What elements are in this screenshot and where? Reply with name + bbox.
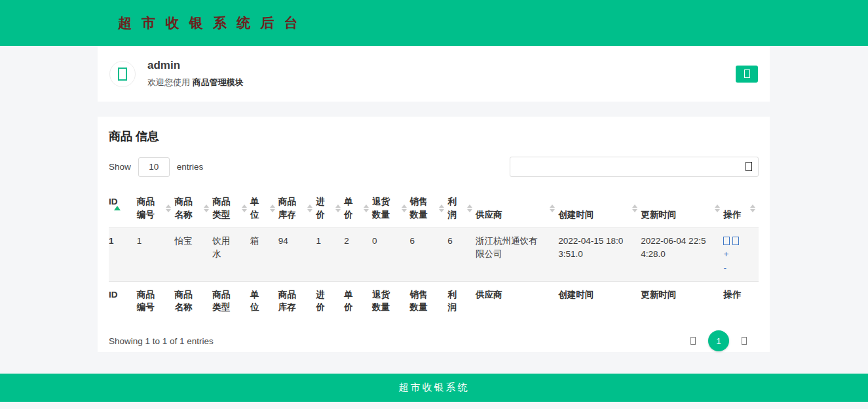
- next-page-icon[interactable]: [742, 337, 747, 345]
- cell-stock: 94: [278, 228, 316, 282]
- cell-product-name: 怡宝: [174, 228, 212, 282]
- op-glyph-icon: [723, 237, 730, 245]
- foot-purchase-price: 进价: [316, 281, 344, 321]
- op-remove-link[interactable]: -: [723, 263, 726, 273]
- cell-profit: 6: [447, 228, 476, 282]
- cell-updated-at: 2022-06-04 22:54:28.0: [641, 228, 723, 282]
- table-footer-row: ID 商品编号 商品名称 商品类型 单位 商品库存 进价 单价 退货数量 销售数…: [109, 281, 759, 321]
- module-name: 商品管理模块: [193, 77, 244, 87]
- foot-return-qty: 退货数量: [372, 281, 410, 321]
- sort-icon: [467, 204, 472, 212]
- table-header-row: ID 商品编号 商品名称 商品类型 单位 商品库存 进价 单价 退货数量 销售数…: [109, 189, 759, 228]
- cell-purchase-price: 1: [316, 228, 344, 282]
- sort-icon: [242, 204, 247, 212]
- col-header-unit[interactable]: 单位: [250, 189, 278, 228]
- entries-label: entries: [177, 162, 204, 172]
- col-header-operation[interactable]: 操作: [723, 189, 759, 228]
- op-action-1-link[interactable]: [723, 236, 732, 246]
- sort-icon: [364, 204, 369, 212]
- sort-icon: [750, 204, 755, 212]
- cell-product-no: 1: [137, 228, 175, 282]
- foot-sales-qty: 销售数量: [410, 281, 448, 321]
- col-header-unit-price[interactable]: 单价: [344, 189, 372, 228]
- foot-product-type: 商品类型: [212, 281, 250, 321]
- table-controls: Show 10 entries: [109, 157, 759, 177]
- cell-unit-price: 2: [344, 228, 372, 282]
- user-bar: admin 欢迎您使用 商品管理模块: [98, 46, 770, 102]
- col-header-created-at[interactable]: 创建时间: [558, 189, 641, 228]
- col-header-sales-qty[interactable]: 销售数量: [410, 189, 448, 228]
- table-info-bar: Showing 1 to 1 of 1 entries 1: [109, 330, 759, 351]
- foot-product-no: 商品编号: [137, 281, 175, 321]
- foot-operation: 操作: [723, 281, 759, 321]
- sort-asc-icon: [114, 206, 121, 210]
- foot-profit: 利润: [447, 281, 476, 321]
- table-row: 1 1 怡宝 饮用水 箱 94 1 2 0 6 6 浙江杭州通饮有限公司 202…: [109, 228, 759, 282]
- col-header-id[interactable]: ID: [109, 189, 137, 228]
- search-icon: [745, 162, 752, 171]
- welcome-prefix: 欢迎您使用: [147, 77, 190, 87]
- user-glyph-icon: [118, 68, 127, 81]
- app-title: 超 市 收 银 系 统 后 台: [118, 14, 301, 32]
- col-header-profit[interactable]: 利润: [447, 189, 476, 228]
- col-header-product-no[interactable]: 商品编号: [137, 189, 175, 228]
- sort-icon: [632, 204, 637, 212]
- foot-product-name: 商品名称: [174, 281, 212, 321]
- product-info-panel: 商品 信息 Show 10 entries ID 商品编号 商品名称 商品类型 …: [98, 117, 770, 352]
- page-footer: 超市收银系统: [0, 374, 868, 402]
- cell-created-at: 2022-04-15 18:03:51.0: [558, 228, 641, 282]
- search-box: [510, 157, 759, 177]
- username: admin: [147, 59, 244, 72]
- sort-icon: [439, 204, 444, 212]
- col-header-product-type[interactable]: 商品类型: [212, 189, 250, 228]
- foot-supplier: 供应商: [476, 281, 558, 321]
- entries-info: Showing 1 to 1 of 1 entries: [109, 336, 214, 346]
- col-header-supplier[interactable]: 供应商: [476, 189, 558, 228]
- op-add-link[interactable]: +: [723, 249, 728, 259]
- sort-icon: [270, 204, 275, 212]
- welcome-message: 欢迎您使用 商品管理模块: [147, 77, 244, 88]
- cell-unit: 箱: [250, 228, 278, 282]
- cell-id: 1: [109, 228, 137, 282]
- cell-operation: + -: [723, 228, 759, 282]
- footer-title: 超市收银系统: [399, 381, 470, 394]
- pagination: 1: [690, 330, 747, 351]
- col-header-return-qty[interactable]: 退货数量: [372, 189, 410, 228]
- foot-stock: 商品库存: [278, 281, 316, 321]
- sort-icon: [307, 204, 312, 212]
- op-action-2-link[interactable]: [732, 236, 742, 246]
- show-label: Show: [109, 162, 131, 172]
- foot-unit-price: 单价: [344, 281, 372, 321]
- search-input[interactable]: [510, 157, 759, 177]
- foot-updated-at: 更新时间: [641, 281, 723, 321]
- top-navbar: 超 市 收 银 系 统 后 台: [0, 0, 868, 46]
- col-header-purchase-price[interactable]: 进价: [316, 189, 344, 228]
- foot-id: ID: [109, 281, 137, 321]
- cell-supplier: 浙江杭州通饮有限公司: [476, 228, 558, 282]
- col-header-product-name[interactable]: 商品名称: [174, 189, 212, 228]
- page-1-button[interactable]: 1: [708, 330, 729, 351]
- sort-icon: [335, 204, 341, 212]
- cell-product-type: 饮用水: [212, 228, 250, 282]
- page-length-select[interactable]: 10: [138, 157, 170, 177]
- previous-page-icon[interactable]: [690, 337, 696, 345]
- col-header-stock[interactable]: 商品库存: [278, 189, 316, 228]
- panel-title: 商品 信息: [109, 128, 759, 144]
- logout-button[interactable]: [736, 66, 758, 83]
- col-header-updated-at[interactable]: 更新时间: [641, 189, 723, 228]
- avatar: [109, 61, 136, 87]
- products-table: ID 商品编号 商品名称 商品类型 单位 商品库存 进价 单价 退货数量 销售数…: [109, 189, 759, 321]
- user-texts: admin 欢迎您使用 商品管理模块: [147, 59, 244, 88]
- logout-glyph-icon: [744, 69, 750, 78]
- sort-icon: [715, 204, 720, 212]
- foot-created-at: 创建时间: [558, 281, 641, 321]
- sort-icon: [204, 204, 209, 212]
- cell-sales-qty: 6: [410, 228, 448, 282]
- sort-icon: [166, 204, 171, 212]
- op-glyph-icon: [732, 237, 739, 245]
- sort-icon: [402, 204, 407, 212]
- cell-return-qty: 0: [372, 228, 410, 282]
- sort-icon: [550, 204, 555, 212]
- foot-unit: 单位: [250, 281, 278, 321]
